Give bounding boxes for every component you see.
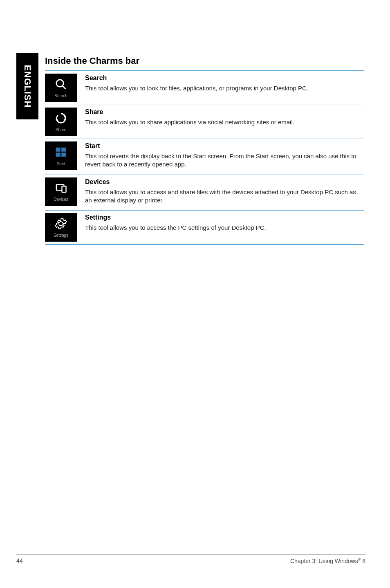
charm-text: This tool allows you to look for files, … <box>85 84 361 92</box>
charm-desc-cell: Start This tool reverts the display back… <box>83 139 364 175</box>
charm-text: This tool allows you to access the PC se… <box>85 224 361 232</box>
charm-title: Devices <box>85 178 361 186</box>
search-icon <box>55 78 67 92</box>
charm-tile-label: Devices <box>54 197 68 202</box>
start-icon <box>55 146 67 160</box>
table-row: Settings Settings This tool allows you t… <box>45 211 364 245</box>
chapter-tail: 8 <box>361 558 365 564</box>
table-row: Start Start This tool reverts the displa… <box>45 139 364 175</box>
charm-tile-label: Search <box>54 94 67 98</box>
svg-line-1 <box>63 85 66 89</box>
charm-title: Search <box>85 74 361 82</box>
settings-tile: Settings <box>45 213 77 242</box>
table-row: Devices Devices This tool allows you to … <box>45 175 364 211</box>
share-icon <box>55 112 67 126</box>
charm-desc-cell: Devices This tool allows you to access a… <box>83 175 364 211</box>
share-tile: Share <box>45 108 77 136</box>
charm-desc-cell: Settings This tool allows you to access … <box>83 211 364 245</box>
svg-rect-5 <box>61 153 66 157</box>
start-tile: Start <box>45 141 77 170</box>
charm-tile-cell: Settings <box>45 211 83 245</box>
page-footer: 44 Chapter 3: Using Windows® 8 <box>16 554 365 564</box>
devices-icon <box>55 182 67 195</box>
chapter-text: Chapter 3: Using Windows <box>290 558 358 564</box>
main-content: Inside the Charms bar Search Search This… <box>45 56 364 245</box>
charm-tile-cell: Search <box>45 71 83 105</box>
charm-tile-label: Start <box>56 162 65 166</box>
page: ENGLISH Inside the Charms bar Search Sea… <box>0 0 390 588</box>
charm-tile-cell: Start <box>45 139 83 175</box>
svg-rect-7 <box>62 186 66 192</box>
language-label: ENGLISH <box>22 65 33 108</box>
section-title: Inside the Charms bar <box>45 56 364 66</box>
charm-tile-label: Settings <box>54 233 68 238</box>
charm-tile-label: Share <box>56 128 67 132</box>
charm-title: Share <box>85 108 361 116</box>
search-tile: Search <box>45 74 77 102</box>
table-row: Share Share This tool allows you to shar… <box>45 105 364 139</box>
charm-text: This tool allows you to access and share… <box>85 188 361 205</box>
charm-tile-cell: Share <box>45 105 83 139</box>
svg-rect-2 <box>56 147 61 151</box>
charm-title: Settings <box>85 214 361 221</box>
page-number: 44 <box>16 557 23 564</box>
svg-point-0 <box>56 79 64 87</box>
charm-text: This tool allows you to share applicatio… <box>85 118 361 126</box>
table-row: Search Search This tool allows you to lo… <box>45 71 364 105</box>
charm-desc-cell: Share This tool allows you to share appl… <box>83 105 364 139</box>
devices-tile: Devices <box>45 177 77 206</box>
charm-title: Start <box>85 142 361 150</box>
charms-table: Search Search This tool allows you to lo… <box>45 70 364 245</box>
charm-text: This tool reverts the display back to th… <box>85 152 361 169</box>
svg-rect-4 <box>56 153 61 157</box>
settings-icon <box>55 218 67 231</box>
charm-tile-cell: Devices <box>45 175 83 211</box>
charm-desc-cell: Search This tool allows you to look for … <box>83 71 364 105</box>
svg-rect-3 <box>61 147 66 151</box>
chapter-label: Chapter 3: Using Windows® 8 <box>290 557 365 564</box>
language-side-tab: ENGLISH <box>16 53 38 119</box>
